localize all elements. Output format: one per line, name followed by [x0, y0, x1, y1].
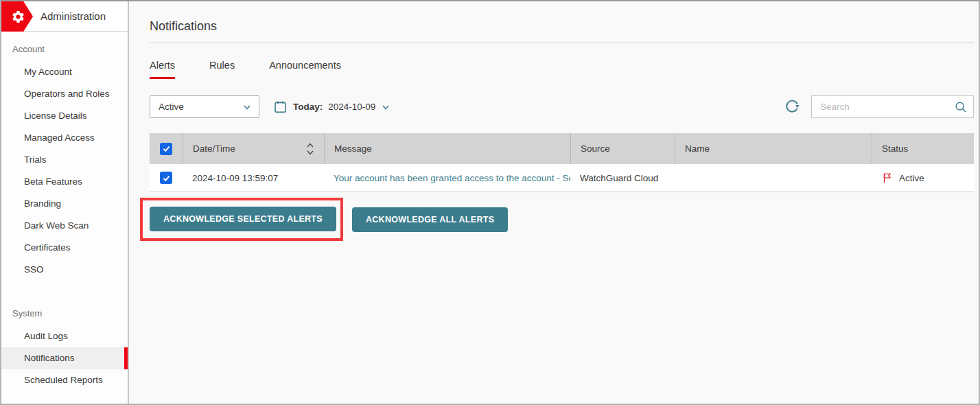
filter-row: Active Today: 2024-10-09 [150, 95, 974, 118]
acknowledge-all-alerts-button[interactable]: ACKNOWLEDGE ALL ALERTS [352, 207, 508, 232]
sidebar-item-scheduled-reports[interactable]: Scheduled Reports [1, 369, 128, 391]
header-label-datetime: Date/Time [193, 143, 235, 154]
section-label-system: System [1, 296, 128, 325]
row-cell-message: Your account has been granted access to … [324, 173, 570, 183]
sidebar-item-dark-web-scan[interactable]: Dark Web Scan [1, 215, 128, 237]
sidebar-item-trials[interactable]: Trials [1, 149, 128, 171]
sidebar-header: Administration [1, 1, 128, 32]
header-cell-message[interactable]: Message [324, 133, 570, 164]
sidebar-item-certificates[interactable]: Certificates [1, 237, 128, 259]
gear-icon [11, 10, 25, 24]
main-content: Notifications Alerts Rules Announcements… [129, 1, 979, 404]
search-box [811, 95, 974, 118]
calendar-icon [273, 100, 288, 114]
chevron-down-icon [242, 102, 252, 112]
sidebar-item-license-details[interactable]: License Details [1, 105, 128, 127]
tab-rules[interactable]: Rules [209, 60, 235, 79]
alerts-table: Date/Time Message Source Name Status [150, 133, 974, 192]
sidebar: Administration Account My Account Operat… [1, 1, 129, 404]
administration-page: Administration Account My Account Operat… [0, 0, 980, 405]
tab-alerts[interactable]: Alerts [150, 60, 175, 79]
alert-message-link[interactable]: Your account has been granted access to … [334, 173, 570, 183]
refresh-icon[interactable] [784, 99, 800, 115]
administration-banner [1, 1, 33, 32]
sidebar-item-audit-logs[interactable]: Audit Logs [1, 325, 128, 347]
header-cell-status[interactable]: Status [872, 133, 974, 164]
header-cell-name[interactable]: Name [675, 133, 872, 164]
tab-announcements[interactable]: Announcements [269, 60, 341, 79]
sidebar-item-branding[interactable]: Branding [1, 193, 128, 215]
title-divider [150, 43, 974, 43]
header-cell-source[interactable]: Source [570, 133, 675, 164]
acknowledge-selected-alerts-button[interactable]: ACKNOWLEDGE SELECTED ALERTS [150, 207, 336, 231]
select-all-checkbox[interactable] [160, 143, 172, 155]
tab-bar: Alerts Rules Announcements [150, 60, 974, 79]
row-cell-status: Active [872, 172, 974, 184]
row-checkbox[interactable] [160, 172, 172, 184]
row-cell-datetime: 2024-10-09 13:59:07 [183, 173, 324, 183]
row-cell-source: WatchGuard Cloud [570, 173, 675, 183]
sidebar-item-notifications[interactable]: Notifications [1, 347, 128, 369]
section-label-account: Account [1, 32, 128, 61]
table-header-row: Date/Time Message Source Name Status [150, 133, 974, 164]
header-cell-datetime[interactable]: Date/Time [183, 133, 324, 164]
sidebar-item-beta-features[interactable]: Beta Features [1, 171, 128, 193]
highlight-annotation-box: ACKNOWLEDGE SELECTED ALERTS [140, 198, 343, 241]
date-filter[interactable]: Today: 2024-10-09 [273, 100, 390, 114]
status-filter-dropdown[interactable]: Active [150, 95, 259, 118]
page-title: Notifications [150, 1, 974, 34]
search-icon[interactable] [954, 100, 968, 114]
status-filter-value: Active [159, 102, 242, 112]
search-input[interactable] [820, 102, 954, 112]
sidebar-item-operators-and-roles[interactable]: Operators and Roles [1, 83, 128, 105]
date-filter-value: 2024-10-09 [328, 102, 375, 112]
sidebar-item-sso[interactable]: SSO [1, 259, 128, 281]
header-cell-select [150, 133, 183, 164]
status-label: Active [899, 173, 924, 183]
buttons-row: ACKNOWLEDGE SELECTED ALERTS ACKNOWLEDGE … [140, 198, 974, 241]
row-cell-select [150, 172, 183, 184]
date-filter-label: Today: [293, 102, 323, 112]
sort-icon[interactable] [306, 142, 314, 156]
chevron-down-icon [381, 102, 390, 112]
sidebar-item-managed-access[interactable]: Managed Access [1, 127, 128, 149]
filter-right-group [784, 95, 974, 118]
sidebar-item-my-account[interactable]: My Account [1, 61, 128, 83]
flag-icon [881, 172, 894, 184]
table-row: 2024-10-09 13:59:07 Your account has bee… [150, 164, 974, 192]
sidebar-title: Administration [40, 10, 106, 22]
